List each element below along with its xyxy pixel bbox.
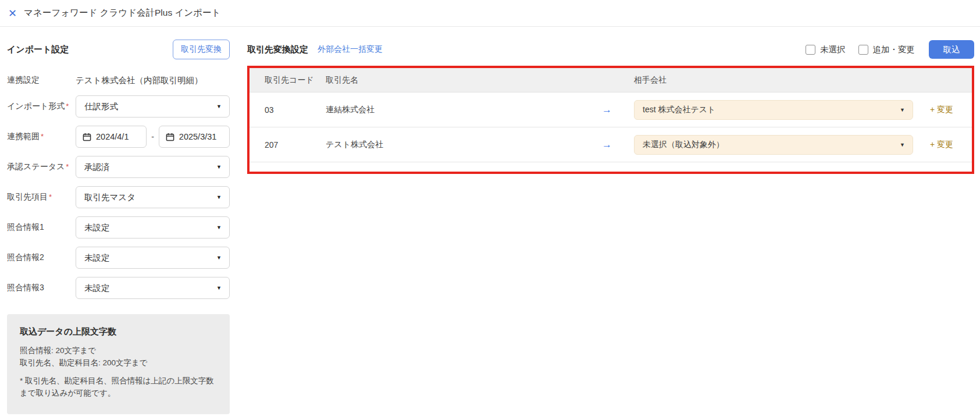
table-header-row: 取引先コード 取引先名 相手会社 bbox=[250, 68, 972, 92]
arrow-right-icon: → bbox=[602, 139, 634, 151]
field-approval-status: 承認ステータス* 承認済 ▼ bbox=[7, 156, 230, 178]
col-counterpart-company: 相手会社 bbox=[634, 75, 913, 86]
calendar-icon bbox=[83, 133, 91, 141]
end-date-input[interactable]: 2025/3/31 bbox=[159, 126, 230, 148]
field-matching-info-2: 照合情報2 未設定 ▼ bbox=[7, 247, 230, 269]
start-date-input[interactable]: 2024/4/1 bbox=[76, 126, 147, 148]
partner-name: 連結株式会社 bbox=[326, 105, 602, 115]
col-partner-name: 取引先名 bbox=[326, 75, 602, 86]
field-partner-item: 取引先項目* 取引先マスタ ▼ bbox=[7, 186, 230, 208]
chevron-down-icon: ▼ bbox=[900, 142, 905, 148]
filter-unselected-checkbox[interactable]: 未選択 bbox=[806, 44, 846, 55]
char-limit-info-box: 取込データの上限文字数 照合情報: 20文字まで 取引先名、勘定科目名: 200… bbox=[7, 314, 230, 414]
field-label: 照合情報2 bbox=[7, 252, 44, 262]
partner-code: 03 bbox=[265, 105, 326, 115]
import-settings-panel: インポート設定 取引先変換 連携設定 テスト株式会社（内部取引明細） インポート… bbox=[7, 27, 230, 414]
required-asterisk: * bbox=[41, 132, 44, 141]
matching-info-1-select[interactable]: 未設定 ▼ bbox=[76, 216, 230, 239]
counterpart-company-select[interactable]: 未選択（取込対象外） ▼ bbox=[634, 135, 913, 155]
partner-convert-button[interactable]: 取引先変換 bbox=[173, 40, 230, 59]
filter-add-change-checkbox[interactable]: 追加・変更 bbox=[858, 44, 915, 55]
info-line: 取引先名、勘定科目名: 200文字まで bbox=[20, 357, 217, 369]
top-bar: ✕ マネーフォワード クラウド会計Plus インポート bbox=[0, 0, 980, 27]
required-asterisk: * bbox=[66, 102, 69, 111]
field-label: 取引先項目 bbox=[7, 192, 48, 201]
matching-info-2-select[interactable]: 未設定 ▼ bbox=[76, 247, 230, 269]
field-renkei-settei: 連携設定 テスト株式会社（内部取引明細） bbox=[7, 73, 230, 87]
matching-info-3-select[interactable]: 未設定 ▼ bbox=[76, 277, 230, 299]
checkbox-icon bbox=[806, 45, 815, 55]
checkbox-icon bbox=[858, 45, 868, 55]
partner-name: テスト株式会社 bbox=[326, 140, 602, 150]
info-note: * 取引先名、勘定科目名、照合情報は上記の上限文字数まで取り込みが可能です。 bbox=[20, 375, 217, 400]
field-label: 承認ステータス bbox=[7, 162, 65, 171]
required-asterisk: * bbox=[49, 193, 52, 201]
conversion-table-highlight: 取引先コード 取引先名 相手会社 03 連結株式会社 → test 株式会社テス… bbox=[247, 66, 974, 174]
chevron-down-icon: ▼ bbox=[216, 164, 222, 170]
partner-item-select[interactable]: 取引先マスタ ▼ bbox=[76, 186, 230, 208]
chevron-down-icon: ▼ bbox=[900, 107, 905, 113]
field-label: 連携範囲 bbox=[7, 131, 40, 141]
change-link[interactable]: + 変更 bbox=[913, 105, 957, 115]
table-row: 207 テスト株式会社 → 未選択（取込対象外） ▼ + 変更 bbox=[250, 127, 972, 162]
table-row: 03 連結株式会社 → test 株式会社テスト ▼ + 変更 bbox=[250, 92, 972, 127]
conversion-settings-title: 取引先変換設定 bbox=[247, 44, 308, 55]
chevron-down-icon: ▼ bbox=[216, 194, 222, 200]
field-label: インポート形式 bbox=[7, 101, 65, 111]
chevron-down-icon: ▼ bbox=[216, 104, 222, 109]
counterpart-company-select[interactable]: test 株式会社テスト ▼ bbox=[634, 100, 913, 120]
field-label: 照合情報1 bbox=[7, 222, 44, 232]
approval-status-select[interactable]: 承認済 ▼ bbox=[76, 156, 230, 178]
import-button[interactable]: 取込 bbox=[929, 40, 974, 59]
change-link[interactable]: + 変更 bbox=[913, 140, 957, 150]
partner-conversion-panel: 取引先変換設定 外部会社一括変更 未選択 追加・変更 取込 取引先コード 取引先… bbox=[247, 27, 974, 174]
field-import-format: インポート形式* 仕訳形式 ▼ bbox=[7, 95, 230, 118]
partner-code: 207 bbox=[265, 140, 326, 150]
calendar-icon bbox=[166, 133, 174, 141]
bulk-change-link[interactable]: 外部会社一括変更 bbox=[318, 44, 383, 55]
col-partner-code: 取引先コード bbox=[265, 75, 326, 86]
field-label: 照合情報3 bbox=[7, 283, 44, 292]
import-format-select[interactable]: 仕訳形式 ▼ bbox=[76, 95, 230, 118]
date-range-separator: - bbox=[151, 132, 154, 141]
field-matching-info-3: 照合情報3 未設定 ▼ bbox=[7, 277, 230, 299]
page-title: マネーフォワード クラウド会計Plus インポート bbox=[24, 7, 220, 19]
required-asterisk: * bbox=[66, 162, 69, 171]
chevron-down-icon: ▼ bbox=[216, 225, 222, 230]
arrow-right-icon: → bbox=[602, 104, 634, 116]
field-date-range: 連携範囲* 2024/4/1 - bbox=[7, 126, 230, 148]
close-icon[interactable]: ✕ bbox=[8, 8, 17, 19]
import-settings-title: インポート設定 bbox=[7, 44, 69, 55]
info-box-title: 取込データの上限文字数 bbox=[20, 326, 217, 337]
chevron-down-icon: ▼ bbox=[216, 285, 222, 291]
info-line: 照合情報: 20文字まで bbox=[20, 345, 217, 357]
chevron-down-icon: ▼ bbox=[216, 255, 222, 261]
linked-company-value: テスト株式会社（内部取引明細） bbox=[76, 75, 203, 86]
field-matching-info-1: 照合情報1 未設定 ▼ bbox=[7, 216, 230, 239]
field-label: 連携設定 bbox=[7, 75, 40, 84]
